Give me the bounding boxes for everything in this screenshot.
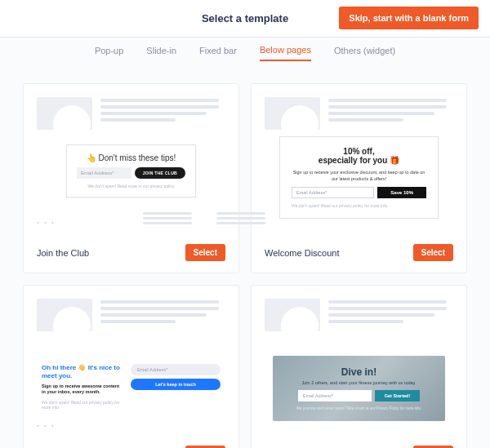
save-button: Save 10% xyxy=(377,187,426,198)
modal-footnote: We don't spam! Read more in our privacy … xyxy=(77,184,185,189)
tab-fixedbar[interactable]: Fixed bar xyxy=(199,46,237,60)
placeholder-image-icon xyxy=(37,299,92,331)
hero-footnote: We promise we'll never spam! Take a look… xyxy=(296,406,422,410)
tab-popup[interactable]: Pop-up xyxy=(95,46,123,60)
get-started-button: Get Started! xyxy=(375,390,420,401)
page-title: Select a template xyxy=(202,12,288,24)
tab-others[interactable]: Others (widget) xyxy=(334,46,395,60)
top-bar: Select a template Skip, start with a bla… xyxy=(0,0,490,38)
skip-button[interactable]: Skip, start with a blank form xyxy=(339,7,479,29)
pager-dots-icon: • • • xyxy=(37,219,56,226)
template-preview: 10% off, especially for you 🎁 Sign up to… xyxy=(265,97,453,228)
template-card-newsletter-signup[interactable]: Oh hi there 👋 It's nice to meet you. Sig… xyxy=(23,285,239,448)
email-field: Email Address* xyxy=(77,167,131,179)
placeholder-image-icon xyxy=(265,299,320,331)
modal-title-line2: especially for you 🎁 xyxy=(292,156,426,165)
modal-title: 👆 Don't miss these tips! xyxy=(77,153,185,162)
preview-modal: 10% off, especially for you 🎁 Sign up to… xyxy=(279,136,439,219)
preview-modal: Oh hi there 👋 It's nice to meet you. Sig… xyxy=(42,364,220,410)
select-button[interactable]: Select xyxy=(413,244,453,261)
template-grid: 👆 Don't miss these tips! Email Address* … xyxy=(0,69,490,448)
select-button[interactable]: Select xyxy=(185,244,225,261)
template-card-welcome-discount[interactable]: 10% off, especially for you 🎁 Sign up to… xyxy=(251,83,467,273)
template-name: Welcome Discount xyxy=(265,248,340,258)
placeholder-image-icon xyxy=(265,97,320,130)
modal-footnote: We don't spam! Read our privacy policy f… xyxy=(292,203,426,208)
modal-subtitle: Sign up to receive your exclusive discou… xyxy=(292,170,426,182)
preview-hero: Dive in! Join 2 others, and start your f… xyxy=(273,356,445,421)
pager-dots-icon: • • • xyxy=(37,422,56,429)
template-card-join-club[interactable]: 👆 Don't miss these tips! Email Address* … xyxy=(23,83,239,273)
modal-title: Oh hi there 👋 It's nice to meet you. xyxy=(42,364,122,381)
tab-belowpages[interactable]: Below pages xyxy=(260,45,311,61)
email-field: Email Address* xyxy=(131,364,220,375)
placeholder-image-icon xyxy=(37,97,92,130)
tab-slidein[interactable]: Slide-in xyxy=(146,46,176,60)
template-card-fitness-tips[interactable]: Dive in! Join 2 others, and start your f… xyxy=(251,285,467,448)
hero-title: Dive in! xyxy=(341,366,376,378)
modal-footnote: We don't spam! Read our privacy policy f… xyxy=(42,400,122,410)
modal-subtitle: Sign up to receive awesome content in yo… xyxy=(42,384,122,395)
hero-subtitle: Join 2 others, and start your fitness jo… xyxy=(302,380,416,385)
join-button: JOIN THE CLUB xyxy=(135,167,185,179)
email-field: Email Address* xyxy=(292,187,374,198)
modal-title-line1: 10% off, xyxy=(292,147,426,156)
preview-modal: 👆 Don't miss these tips! Email Address* … xyxy=(66,144,196,197)
template-preview: Oh hi there 👋 It's nice to meet you. Sig… xyxy=(37,299,225,429)
template-name: Join the Club xyxy=(37,248,89,258)
template-tabs: Pop-up Slide-in Fixed bar Below pages Ot… xyxy=(0,38,490,69)
subscribe-button: Let's keep in touch xyxy=(131,379,220,390)
template-preview: Dive in! Join 2 others, and start your f… xyxy=(265,299,453,429)
email-field: Email Address* xyxy=(298,390,372,401)
template-preview: 👆 Don't miss these tips! Email Address* … xyxy=(37,97,225,228)
